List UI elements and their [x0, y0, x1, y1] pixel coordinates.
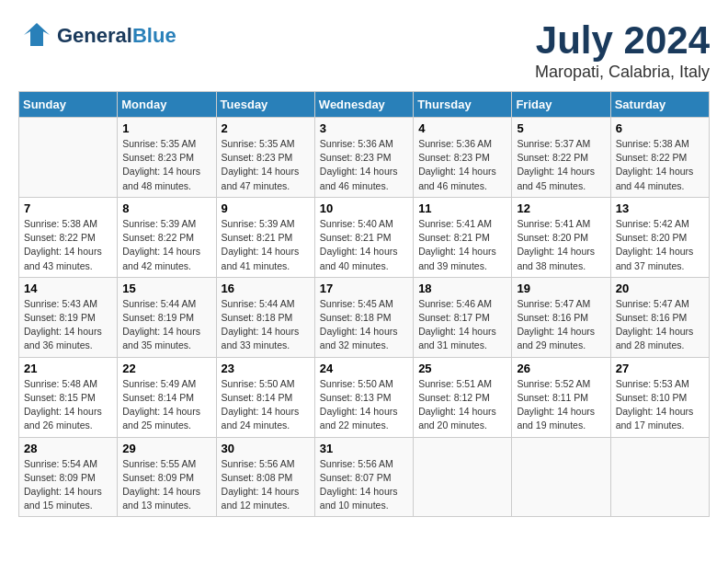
weekday-header: Wednesday: [314, 92, 413, 118]
calendar-cell: [610, 437, 709, 517]
calendar-cell: 30Sunrise: 5:56 AM Sunset: 8:08 PM Dayli…: [216, 437, 314, 517]
day-number: 16: [222, 282, 310, 295]
day-number: 12: [517, 201, 605, 215]
calendar-cell: 29Sunrise: 5:55 AM Sunset: 8:09 PM Dayli…: [118, 437, 216, 517]
day-info: Sunrise: 5:36 AM Sunset: 8:23 PM Dayligh…: [320, 137, 408, 193]
day-number: 20: [616, 282, 704, 295]
day-info: Sunrise: 5:39 AM Sunset: 8:22 PM Dayligh…: [122, 217, 210, 273]
main-title: July 2024: [535, 18, 710, 63]
day-number: 23: [222, 362, 310, 375]
calendar-cell: [19, 118, 118, 198]
day-number: 17: [320, 282, 408, 295]
calendar-cell: 28Sunrise: 5:54 AM Sunset: 8:09 PM Dayli…: [19, 437, 118, 517]
calendar-cell: 21Sunrise: 5:48 AM Sunset: 8:15 PM Dayli…: [19, 357, 118, 437]
weekday-header: Tuesday: [216, 92, 314, 118]
calendar-cell: 11Sunrise: 5:41 AM Sunset: 8:21 PM Dayli…: [414, 197, 512, 277]
day-info: Sunrise: 5:44 AM Sunset: 8:18 PM Dayligh…: [222, 297, 310, 353]
day-info: Sunrise: 5:55 AM Sunset: 8:09 PM Dayligh…: [122, 457, 210, 513]
calendar-week-row: 28Sunrise: 5:54 AM Sunset: 8:09 PM Dayli…: [19, 437, 710, 517]
day-number: 26: [517, 362, 605, 375]
day-info: Sunrise: 5:48 AM Sunset: 8:15 PM Dayligh…: [24, 377, 112, 433]
day-info: Sunrise: 5:42 AM Sunset: 8:20 PM Dayligh…: [616, 217, 704, 273]
calendar-cell: 9Sunrise: 5:39 AM Sunset: 8:21 PM Daylig…: [216, 197, 314, 277]
page-header: GeneralBlue July 2024 Maropati, Calabria…: [18, 18, 710, 82]
day-info: Sunrise: 5:46 AM Sunset: 8:17 PM Dayligh…: [418, 297, 506, 353]
calendar-cell: 18Sunrise: 5:46 AM Sunset: 8:17 PM Dayli…: [414, 277, 512, 357]
logo-general-text: General: [57, 24, 132, 47]
calendar-cell: 1Sunrise: 5:35 AM Sunset: 8:23 PM Daylig…: [118, 118, 216, 198]
day-info: Sunrise: 5:38 AM Sunset: 8:22 PM Dayligh…: [24, 217, 112, 273]
day-info: Sunrise: 5:51 AM Sunset: 8:12 PM Dayligh…: [418, 377, 506, 433]
day-number: 27: [616, 362, 704, 375]
day-number: 10: [320, 201, 408, 215]
calendar-cell: [414, 437, 512, 517]
day-number: 13: [616, 201, 704, 215]
calendar-cell: 2Sunrise: 5:35 AM Sunset: 8:23 PM Daylig…: [216, 118, 314, 198]
calendar-cell: 31Sunrise: 5:56 AM Sunset: 8:07 PM Dayli…: [314, 437, 413, 517]
day-info: Sunrise: 5:37 AM Sunset: 8:22 PM Dayligh…: [517, 137, 605, 193]
day-info: Sunrise: 5:47 AM Sunset: 8:16 PM Dayligh…: [517, 297, 605, 353]
calendar-header: SundayMondayTuesdayWednesdayThursdayFrid…: [19, 92, 710, 118]
day-number: 5: [517, 121, 605, 135]
day-number: 22: [122, 362, 210, 375]
day-info: Sunrise: 5:50 AM Sunset: 8:13 PM Dayligh…: [320, 377, 408, 433]
day-info: Sunrise: 5:56 AM Sunset: 8:07 PM Dayligh…: [320, 457, 408, 513]
weekday-header: Saturday: [610, 92, 709, 118]
calendar-cell: 20Sunrise: 5:47 AM Sunset: 8:16 PM Dayli…: [610, 277, 709, 357]
day-number: 4: [418, 121, 506, 135]
weekday-header: Friday: [512, 92, 610, 118]
day-info: Sunrise: 5:38 AM Sunset: 8:22 PM Dayligh…: [616, 137, 704, 193]
calendar-cell: 15Sunrise: 5:44 AM Sunset: 8:19 PM Dayli…: [118, 277, 216, 357]
day-info: Sunrise: 5:47 AM Sunset: 8:16 PM Dayligh…: [616, 297, 704, 353]
day-info: Sunrise: 5:53 AM Sunset: 8:10 PM Dayligh…: [616, 377, 704, 433]
calendar-cell: 16Sunrise: 5:44 AM Sunset: 8:18 PM Dayli…: [216, 277, 314, 357]
day-info: Sunrise: 5:36 AM Sunset: 8:23 PM Dayligh…: [418, 137, 506, 193]
logo: GeneralBlue: [18, 18, 176, 53]
day-number: 8: [122, 201, 210, 215]
day-number: 25: [418, 362, 506, 375]
calendar-cell: 4Sunrise: 5:36 AM Sunset: 8:23 PM Daylig…: [414, 118, 512, 198]
title-block: July 2024 Maropati, Calabria, Italy: [535, 18, 710, 82]
day-number: 15: [122, 282, 210, 295]
logo-blue-text: Blue: [132, 24, 176, 47]
weekday-header: Monday: [118, 92, 216, 118]
day-number: 7: [24, 201, 112, 215]
calendar-cell: 8Sunrise: 5:39 AM Sunset: 8:22 PM Daylig…: [118, 197, 216, 277]
logo-icon: [18, 18, 53, 53]
weekday-header: Thursday: [414, 92, 512, 118]
calendar-cell: 27Sunrise: 5:53 AM Sunset: 8:10 PM Dayli…: [610, 357, 709, 437]
day-number: 24: [320, 362, 408, 375]
day-info: Sunrise: 5:49 AM Sunset: 8:14 PM Dayligh…: [122, 377, 210, 433]
day-info: Sunrise: 5:56 AM Sunset: 8:08 PM Dayligh…: [222, 457, 310, 513]
calendar-cell: 24Sunrise: 5:50 AM Sunset: 8:13 PM Dayli…: [314, 357, 413, 437]
day-info: Sunrise: 5:45 AM Sunset: 8:18 PM Dayligh…: [320, 297, 408, 353]
weekday-header: Sunday: [19, 92, 118, 118]
calendar-week-row: 1Sunrise: 5:35 AM Sunset: 8:23 PM Daylig…: [19, 118, 710, 198]
calendar-cell: 25Sunrise: 5:51 AM Sunset: 8:12 PM Dayli…: [414, 357, 512, 437]
day-number: 1: [122, 121, 210, 135]
calendar-table: SundayMondayTuesdayWednesdayThursdayFrid…: [18, 91, 710, 517]
calendar-cell: 14Sunrise: 5:43 AM Sunset: 8:19 PM Dayli…: [19, 277, 118, 357]
day-info: Sunrise: 5:35 AM Sunset: 8:23 PM Dayligh…: [122, 137, 210, 193]
subtitle: Maropati, Calabria, Italy: [535, 63, 710, 82]
calendar-cell: [512, 437, 610, 517]
day-info: Sunrise: 5:44 AM Sunset: 8:19 PM Dayligh…: [122, 297, 210, 353]
day-info: Sunrise: 5:41 AM Sunset: 8:20 PM Dayligh…: [517, 217, 605, 273]
calendar-cell: 5Sunrise: 5:37 AM Sunset: 8:22 PM Daylig…: [512, 118, 610, 198]
day-info: Sunrise: 5:35 AM Sunset: 8:23 PM Dayligh…: [222, 137, 310, 193]
calendar-cell: 26Sunrise: 5:52 AM Sunset: 8:11 PM Dayli…: [512, 357, 610, 437]
day-info: Sunrise: 5:40 AM Sunset: 8:21 PM Dayligh…: [320, 217, 408, 273]
calendar-cell: 17Sunrise: 5:45 AM Sunset: 8:18 PM Dayli…: [314, 277, 413, 357]
calendar-week-row: 7Sunrise: 5:38 AM Sunset: 8:22 PM Daylig…: [19, 197, 710, 277]
day-number: 2: [222, 121, 310, 135]
calendar-cell: 3Sunrise: 5:36 AM Sunset: 8:23 PM Daylig…: [314, 118, 413, 198]
day-number: 9: [222, 201, 310, 215]
day-info: Sunrise: 5:41 AM Sunset: 8:21 PM Dayligh…: [418, 217, 506, 273]
calendar-cell: 23Sunrise: 5:50 AM Sunset: 8:14 PM Dayli…: [216, 357, 314, 437]
day-number: 19: [517, 282, 605, 295]
day-number: 3: [320, 121, 408, 135]
day-number: 28: [24, 442, 112, 455]
day-number: 14: [24, 282, 112, 295]
calendar-cell: 12Sunrise: 5:41 AM Sunset: 8:20 PM Dayli…: [512, 197, 610, 277]
day-number: 18: [418, 282, 506, 295]
